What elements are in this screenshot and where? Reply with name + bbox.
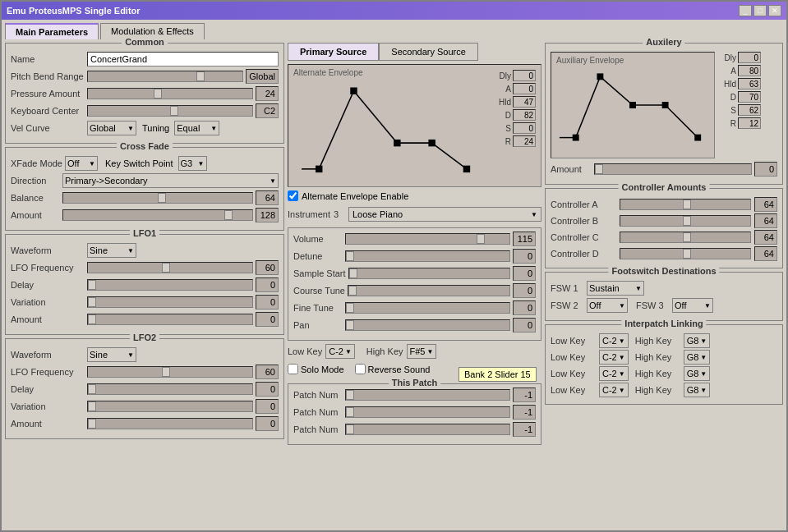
- svg-rect-6: [350, 87, 357, 94]
- instrument-number: 3: [334, 209, 345, 219]
- aux-env-label: Auxiliary Envelope: [556, 56, 624, 65]
- solo-mode-checkbox[interactable]: [288, 364, 298, 374]
- lfo2-amount-slider[interactable]: [87, 418, 253, 429]
- tuning-label: Tuning: [142, 123, 169, 133]
- env-hld-value: 47: [513, 96, 536, 108]
- interpatch-low-key2[interactable]: C-2 ▼: [599, 350, 629, 365]
- common-label: Common: [122, 37, 168, 47]
- patch3-slider[interactable]: [345, 424, 510, 435]
- lfo2-waveform-value: Sine: [90, 350, 108, 360]
- lfo1-variation-slider[interactable]: [87, 296, 253, 308]
- ctrl-c-slider[interactable]: [620, 232, 751, 243]
- close-button[interactable]: ✕: [768, 5, 781, 16]
- amount-slider[interactable]: [62, 209, 253, 221]
- svg-rect-18: [662, 102, 669, 108]
- patch2-row: Patch Num -1: [293, 405, 536, 420]
- aux-amount-row: Amount 0: [551, 162, 777, 177]
- svg-rect-7: [394, 140, 400, 146]
- pan-slider[interactable]: [345, 319, 510, 331]
- interpatch-low-key3[interactable]: C-2 ▼: [599, 366, 629, 381]
- volume-slider[interactable]: [345, 233, 510, 245]
- xfade-mode-dropdown[interactable]: Off ▼: [65, 156, 98, 171]
- lfo1-amount-slider[interactable]: [87, 314, 253, 325]
- env-dly-value: 0: [513, 70, 536, 81]
- aux-hld-row: Hld 63: [720, 78, 777, 89]
- interpatch-low-key4[interactable]: C-2 ▼: [599, 383, 629, 397]
- aux-envelope-svg: [551, 53, 714, 158]
- course-tune-value: 0: [513, 283, 536, 298]
- ctrl-b-slider[interactable]: [620, 215, 751, 227]
- high-key-value[interactable]: F#5 ▼: [407, 344, 437, 359]
- vel-curve-value: Global: [90, 123, 116, 133]
- aux-s-value: 62: [738, 104, 761, 116]
- minimize-button[interactable]: _: [739, 5, 752, 16]
- name-input[interactable]: [87, 52, 279, 66]
- secondary-source-tab[interactable]: Secondary Source: [379, 43, 478, 61]
- fine-tune-slider[interactable]: [345, 302, 510, 314]
- primary-source-tab[interactable]: Primary Source: [288, 43, 379, 61]
- low-key-value[interactable]: C-2 ▼: [325, 344, 355, 359]
- maximize-button[interactable]: □: [753, 5, 767, 16]
- svg-rect-15: [573, 135, 579, 141]
- keyboard-slider[interactable]: [87, 105, 253, 117]
- instrument-dropdown[interactable]: Loose Piano ▼: [348, 207, 541, 222]
- sample-start-slider[interactable]: [348, 268, 510, 279]
- patch1-slider[interactable]: [345, 389, 510, 401]
- lfo1-waveform-dropdown[interactable]: Sine ▼: [87, 243, 136, 258]
- ctrl-b-label: Controller B: [551, 216, 616, 226]
- lfo2-delay-slider[interactable]: [87, 383, 253, 395]
- reverse-sound-checkbox[interactable]: [355, 364, 366, 374]
- interpatch-high-key2[interactable]: G8 ▼: [684, 350, 711, 365]
- pitch-bend-slider[interactable]: [87, 71, 243, 82]
- pressure-slider[interactable]: [87, 88, 253, 99]
- right-panel: Auxilery Auxiliary Envelope: [545, 43, 783, 527]
- envelope-area: Alternate Envelope: [288, 64, 541, 187]
- lfo1-amount-value: 0: [256, 312, 279, 327]
- lfo1-freq-slider[interactable]: [87, 262, 253, 273]
- env-dly-row: Dly 0: [495, 70, 536, 81]
- alt-env-checkbox[interactable]: [288, 190, 298, 201]
- env-r-value: 24: [513, 135, 536, 147]
- aux-amount-slider[interactable]: [594, 163, 752, 175]
- interpatch-high-key4[interactable]: G8 ▼: [684, 383, 711, 397]
- svg-line-14: [666, 105, 698, 138]
- ctrl-a-slider[interactable]: [620, 199, 751, 210]
- tab-main-parameters[interactable]: Main Parameters: [5, 23, 99, 39]
- interpatch-high-key1[interactable]: G8 ▼: [684, 333, 711, 348]
- patch2-slider[interactable]: [345, 406, 510, 418]
- interpatch-low-key-label3: Low Key: [551, 369, 596, 378]
- env-s-label: S: [495, 124, 511, 133]
- source-params-group: Volume 115 Detune 0 Sample: [288, 227, 541, 341]
- lfo2-variation-slider[interactable]: [87, 401, 253, 412]
- tuning-dropdown[interactable]: Equal ▼: [174, 121, 219, 135]
- vel-curve-dropdown[interactable]: Global ▼: [87, 121, 136, 135]
- fsw2-dropdown[interactable]: Off ▼: [587, 298, 628, 313]
- lfo2-delay-row: Delay 0: [11, 382, 279, 397]
- interpatch-low-key1[interactable]: C-2 ▼: [599, 333, 629, 348]
- fsw1-dropdown[interactable]: Sustain ▼: [587, 281, 644, 296]
- svg-line-2: [354, 91, 398, 143]
- lfo2-label: LFO2: [130, 332, 159, 342]
- balance-slider[interactable]: [62, 192, 253, 204]
- patch2-label: Patch Num: [293, 407, 343, 417]
- ctrl-d-slider[interactable]: [620, 248, 751, 259]
- high-key-label: High Key: [366, 346, 403, 356]
- svg-rect-19: [694, 135, 701, 141]
- volume-row: Volume 115: [293, 232, 536, 246]
- lfo2-waveform-dropdown[interactable]: Sine ▼: [87, 347, 136, 362]
- course-tune-slider[interactable]: [348, 285, 510, 296]
- detune-slider[interactable]: [345, 250, 510, 262]
- aux-dly-value: 0: [738, 52, 761, 63]
- lfo2-freq-slider[interactable]: [87, 366, 253, 378]
- fsw3-label: FSW 3: [636, 300, 667, 310]
- direction-dropdown[interactable]: Primary->Secondary ▼: [62, 173, 279, 188]
- name-row: Name: [11, 52, 279, 66]
- direction-row: Direction Primary->Secondary ▼: [11, 173, 279, 188]
- interpatch-high-key3[interactable]: G8 ▼: [684, 366, 711, 381]
- aux-hld-label: Hld: [720, 80, 736, 89]
- key-switch-dropdown[interactable]: G3 ▼: [178, 156, 207, 171]
- env-r-row: R 24: [495, 135, 536, 147]
- lfo1-delay-slider[interactable]: [87, 279, 253, 291]
- keyboard-value: C2: [256, 103, 279, 118]
- fsw3-dropdown[interactable]: Off ▼: [672, 298, 713, 313]
